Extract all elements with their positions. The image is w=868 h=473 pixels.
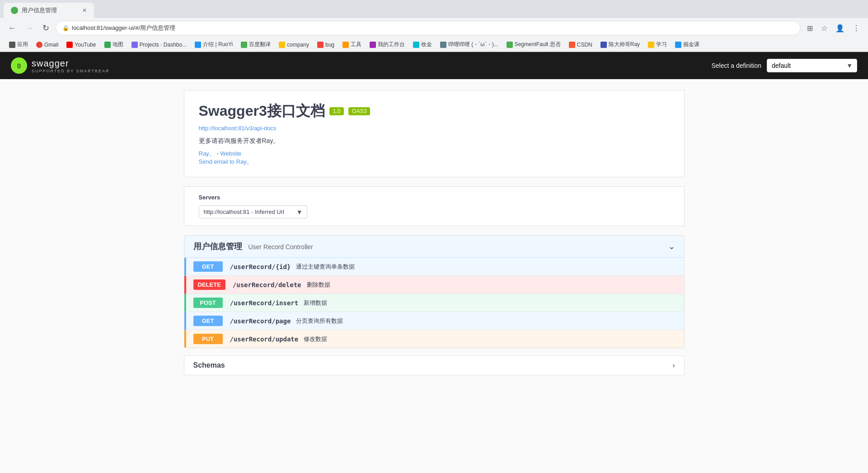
bookmark-bug-label: bug (325, 42, 334, 48)
method-badge-1: DELETE (193, 279, 225, 290)
bookmark-button[interactable]: ☆ (818, 22, 830, 34)
api-section-title-group: 用户信息管理 User Record Controller (193, 241, 313, 252)
jieshao-icon (195, 42, 201, 48)
bookmark-jieshao[interactable]: 介绍 | RuoYi (191, 39, 236, 50)
money-icon (413, 42, 419, 48)
menu-button[interactable]: ⋮ (850, 22, 863, 34)
bookmark-bilibili-label: 哔哩哔哩 (・`ω´・)... (448, 41, 498, 48)
svg-text:{}: {} (17, 63, 21, 68)
api-section-title: 用户信息管理 (193, 242, 242, 251)
endpoint-path-3: /userRecord/page (230, 317, 291, 325)
endpoint-row-1[interactable]: DELETE /userRecord/delete 删除数据 (184, 276, 684, 294)
endpoint-row-2[interactable]: POST /userRecord/insert 新增数据 (184, 294, 684, 312)
bookmark-company[interactable]: company (275, 40, 313, 49)
method-badge-0: GET (193, 261, 223, 272)
definition-select[interactable]: default (767, 59, 857, 72)
endpoint-desc-3: 分页查询所有数据 (296, 317, 343, 325)
extensions-button[interactable]: ⊞ (804, 22, 816, 34)
tab-title: 用户信息管理 (22, 6, 57, 14)
bookmark-tool[interactable]: 工具 (339, 39, 365, 50)
api-oas-badge: OAS3 (348, 107, 370, 115)
swagger-content: Swagger3接口文档 1.0 OAS3 http://localhost:8… (177, 79, 692, 386)
address-bar[interactable]: 🔒 localhost:81/swagger-ui/#/用户信息管理 (56, 21, 801, 35)
api-url-link[interactable]: http://localhost:81/v3/api-docs (199, 125, 670, 132)
server-select-wrapper: http://localhost:81 - Inferred Url ▼ (199, 205, 307, 218)
swagger-logo-subtext: SUPPORTED BY SMARTBEAR (32, 69, 110, 73)
method-badge-3: GET (193, 316, 223, 326)
endpoint-desc-2: 新增数据 (304, 299, 327, 307)
work-icon (370, 42, 376, 48)
nav-bar: ← → ↻ 🔒 localhost:81/swagger-ui/#/用户信息管理… (0, 18, 868, 38)
servers-label: Servers (199, 194, 670, 201)
bookmark-map-label: 地图 (113, 41, 123, 48)
method-badge-4: PUT (193, 334, 223, 344)
endpoint-path-0: /userRecord/{id} (230, 263, 291, 270)
endpoint-path-4: /userRecord/update (230, 336, 299, 343)
bookmark-projects-label: Projects · Dashbo... (140, 42, 187, 48)
browser-chrome: 用户信息管理 ✕ ← → ↻ 🔒 localhost:81/swagger-ui… (0, 0, 868, 52)
company-icon (279, 42, 285, 48)
api-section-subtitle: User Record Controller (248, 243, 313, 251)
bookmark-youtube[interactable]: YouTube (63, 40, 99, 49)
api-contact-name-link[interactable]: Ray。 (199, 150, 215, 157)
endpoint-desc-1: 删除数据 (307, 281, 330, 289)
youtube-icon (66, 42, 73, 48)
api-info-block: Swagger3接口文档 1.0 OAS3 http://localhost:8… (184, 90, 685, 177)
bookmark-apps-label: 应用 (17, 41, 28, 48)
learn-icon (648, 42, 654, 48)
bookmark-apps[interactable]: 应用 (5, 39, 32, 50)
forward-button[interactable]: → (23, 22, 36, 34)
bookmark-learn[interactable]: 学习 (644, 39, 671, 50)
definition-label: Select a definition (711, 62, 761, 69)
api-website-link[interactable]: Website (220, 150, 241, 157)
bookmark-map[interactable]: 地图 (101, 39, 127, 50)
bookmark-juejin-label: 掘金课 (683, 41, 699, 48)
endpoint-row-4[interactable]: PUT /userRecord/update 修改数据 (184, 330, 684, 348)
method-badge-2: POST (193, 298, 223, 308)
bookmark-work-label: 我的工作台 (378, 41, 405, 48)
bookmark-juejin[interactable]: 掘金课 (671, 39, 703, 50)
bookmark-ray[interactable]: 陈大帅哥Ray (597, 39, 643, 50)
bookmark-projects[interactable]: Projects · Dashbo... (128, 40, 191, 49)
bookmark-gmail-label: Gmail (44, 42, 58, 48)
endpoint-desc-0: 通过主键查询单条数据 (296, 263, 355, 271)
bookmark-segmentfault[interactable]: SegmentFault 思否 (503, 39, 564, 50)
api-title-text: Swagger3接口文档 (199, 101, 325, 121)
api-title: Swagger3接口文档 1.0 OAS3 (199, 101, 670, 121)
bug-icon (317, 42, 324, 48)
bookmarks-bar: 应用 Gmail YouTube 地图 Projects · Dashbo...… (0, 38, 868, 52)
bookmark-gmail[interactable]: Gmail (33, 40, 62, 49)
active-tab[interactable]: 用户信息管理 ✕ (4, 3, 94, 18)
server-select[interactable]: http://localhost:81 - Inferred Url (199, 205, 307, 218)
bookmark-bug[interactable]: bug (314, 40, 338, 49)
bookmark-jieshao-label: 介绍 | RuoYi (203, 41, 233, 48)
lock-icon: 🔒 (62, 25, 69, 31)
swagger-logo: {} swagger SUPPORTED BY SMARTBEAR (11, 57, 110, 74)
profile-button[interactable]: 👤 (833, 22, 847, 34)
endpoint-row-3[interactable]: GET /userRecord/page 分页查询所有数据 (184, 312, 684, 330)
csdn-icon (569, 42, 575, 48)
bookmark-csdn-label: CSDN (577, 42, 592, 48)
endpoint-row-0[interactable]: GET /userRecord/{id} 通过主键查询单条数据 (184, 258, 684, 276)
api-section-header[interactable]: 用户信息管理 User Record Controller ⌄ (184, 236, 684, 258)
bookmark-tool-label: 工具 (351, 41, 361, 48)
bookmark-bilibili[interactable]: 哔哩哔哩 (・`ω´・)... (436, 39, 502, 50)
bookmark-fanyi[interactable]: 百度翻译 (237, 39, 274, 50)
api-links: Ray。 · Website Send email to Ray。 (199, 150, 670, 166)
reload-button[interactable]: ↻ (40, 22, 52, 34)
swagger-logo-text-block: swagger SUPPORTED BY SMARTBEAR (32, 58, 110, 73)
map-icon (104, 42, 111, 48)
projects-icon (131, 42, 138, 48)
bookmark-work[interactable]: 我的工作台 (366, 39, 408, 50)
api-description: 更多请咨询服务开发者Ray。 (199, 137, 670, 145)
tab-close-button[interactable]: ✕ (82, 7, 87, 14)
back-button[interactable]: ← (5, 22, 19, 34)
schemas-header[interactable]: Schemas › (184, 356, 684, 375)
tab-bar: 用户信息管理 ✕ (0, 0, 868, 18)
tool-icon (343, 42, 349, 48)
endpoint-path-1: /userRecord/delete (233, 281, 301, 289)
bookmark-csdn[interactable]: CSDN (565, 40, 596, 49)
bookmark-money[interactable]: 收金 (409, 39, 436, 50)
fanyi-icon (241, 42, 247, 48)
api-email-link[interactable]: Send email to Ray。 (199, 158, 253, 165)
